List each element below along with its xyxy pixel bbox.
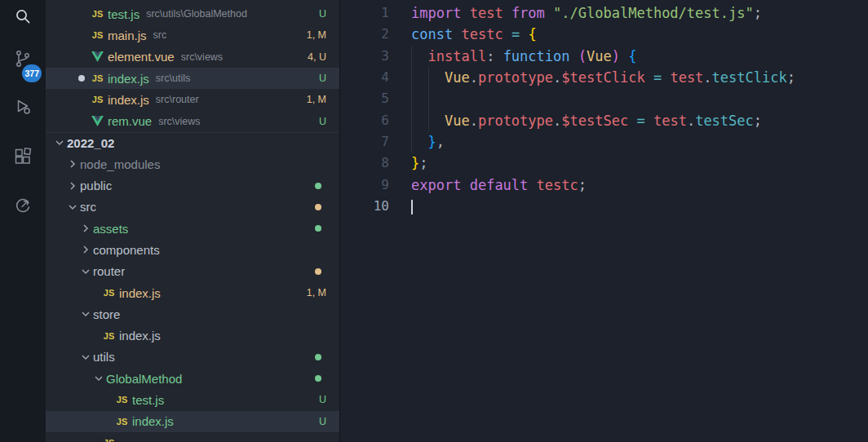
open-editor-index.js[interactable]: JSindex.jssrc\utilsU (46, 68, 339, 89)
git-status-badge: 1, M (307, 287, 326, 298)
code-token (520, 26, 528, 42)
run-debug-icon[interactable] (0, 87, 46, 126)
code-token (461, 177, 469, 193)
code-token: . (553, 113, 561, 129)
tree-item-index.js[interactable]: JSindex.js1, M (46, 282, 339, 303)
tree-item-index.js[interactable]: JSindex.js (46, 325, 339, 346)
tree-item-2022_02[interactable]: 2022_02 (46, 132, 339, 153)
open-editor-rem.vue[interactable]: rem.vuesrc\viewsU (46, 110, 339, 131)
open-editor-test.js[interactable]: JStest.jssrc\utils\GlobalMethodU (46, 3, 339, 24)
code-token: , (436, 134, 445, 150)
tree-item-router[interactable]: router (46, 261, 339, 282)
open-editor-index.js[interactable]: JSindex.jssrc\router1, M (46, 89, 339, 110)
code-token (503, 26, 512, 42)
tree-item-clipped[interactable]: JS (46, 432, 339, 442)
line-number[interactable]: 3 (340, 46, 389, 67)
line-content[interactable] (389, 196, 868, 217)
remote-explorer-icon[interactable] (0, 186, 46, 225)
line-number[interactable]: 6 (340, 110, 389, 131)
line-content[interactable] (389, 88, 868, 109)
code-token: testc (537, 177, 578, 193)
line-number[interactable]: 8 (340, 152, 389, 174)
vscode-window: 377 (0, 0, 868, 442)
chevron-right-icon[interactable] (78, 243, 93, 256)
open-editor-main.js[interactable]: JSmain.jssrc1, M (46, 24, 339, 46)
extensions-icon[interactable] (0, 137, 46, 176)
line-content[interactable]: import test from "./GlobalMethod/test.js… (389, 2, 868, 24)
chevron-down-icon[interactable] (78, 351, 93, 364)
chevron-right-icon[interactable] (65, 179, 80, 192)
tree-item-GlobalMethod[interactable]: GlobalMethod (46, 368, 339, 389)
js-file-icon: JS (90, 73, 105, 83)
chevron-right-icon[interactable] (78, 222, 93, 235)
source-control-icon[interactable]: 377 (0, 39, 46, 78)
tree-item-components[interactable]: components (46, 239, 339, 260)
code-token (570, 48, 578, 64)
js-glyph: JS (92, 9, 103, 19)
code-token: from (512, 5, 545, 21)
chevron-down-icon[interactable] (65, 201, 80, 214)
code-line: 2const testc = { (340, 24, 868, 45)
js-glyph: JS (104, 438, 114, 442)
chevron-down-icon[interactable] (91, 372, 106, 385)
tree-item-assets[interactable]: assets (46, 218, 339, 239)
tree-item-src[interactable]: src (46, 197, 339, 218)
code-token: { (528, 26, 536, 42)
line-number[interactable]: 10 (340, 196, 389, 217)
file-label: index.js (108, 72, 149, 86)
chevron-right-icon[interactable] (65, 157, 80, 170)
chevron-down-icon[interactable] (78, 265, 93, 278)
code-token: test (653, 113, 687, 129)
code-token: Vue (587, 48, 612, 64)
line-content[interactable]: const testc = { (389, 24, 868, 45)
code-line: 3 install: function (Vue) { (340, 46, 868, 67)
tree-item-utils[interactable]: utils (46, 347, 339, 368)
line-number[interactable]: 2 (340, 24, 389, 45)
line-content[interactable]: export default testc; (389, 175, 868, 196)
code-token: ; (578, 177, 587, 193)
code-token: = (636, 113, 644, 129)
file-label: test.js (132, 393, 164, 407)
tree-item-public[interactable]: public (46, 175, 339, 196)
code-token: } (427, 134, 436, 150)
line-content[interactable]: }, (389, 131, 868, 152)
search-icon[interactable] (0, 0, 46, 36)
vue-file-icon (90, 51, 105, 62)
git-status-badge: 1, M (307, 94, 326, 105)
tree-item-node_modules[interactable]: node_modules (46, 153, 339, 175)
code-token: import (411, 5, 461, 21)
activity-bar: 377 (0, 0, 46, 442)
js-file-icon: JS (101, 331, 117, 341)
code-line: 1import test from "./GlobalMethod/test.j… (340, 2, 868, 24)
line-content[interactable]: install: function (Vue) { (389, 46, 868, 67)
js-glyph: JS (92, 30, 103, 40)
search-icon-glyph (13, 7, 33, 26)
line-number[interactable]: 9 (340, 175, 389, 196)
debug-glyph (13, 97, 33, 117)
line-content[interactable]: Vue.prototype.$testSec = test.testSec; (389, 110, 868, 131)
tree-item-test.js[interactable]: JStest.jsU (46, 389, 339, 410)
code-editor[interactable]: 1import test from "./GlobalMethod/test.j… (340, 0, 868, 442)
line-number[interactable]: 7 (340, 131, 389, 152)
line-number[interactable]: 4 (340, 67, 389, 88)
code-line: 8}; (340, 152, 868, 174)
open-editor-element.vue[interactable]: element.vuesrc\views4, U (46, 46, 339, 68)
tree-item-store[interactable]: store (46, 303, 339, 325)
line-content[interactable]: }; (389, 152, 868, 174)
git-status-badge: U (319, 394, 326, 405)
code-token (453, 26, 461, 42)
code-token: . (703, 69, 711, 86)
chevron-down-icon[interactable] (78, 307, 93, 320)
code-token: "./GlobalMethod/test.js" (553, 5, 754, 21)
chevron-down-icon[interactable] (52, 136, 67, 149)
code-token (545, 5, 553, 21)
folder-label: utils (93, 350, 115, 364)
code-token (645, 113, 653, 129)
line-number[interactable]: 5 (340, 88, 389, 109)
js-file-icon: JS (114, 395, 130, 404)
code-line: 9export default testc; (340, 175, 868, 196)
line-number[interactable]: 1 (340, 2, 389, 24)
js-glyph: JS (92, 95, 103, 104)
line-content[interactable]: Vue.prototype.$testClick = test.testClic… (389, 67, 868, 88)
tree-item-index.js[interactable]: JSindex.jsU (46, 411, 339, 432)
